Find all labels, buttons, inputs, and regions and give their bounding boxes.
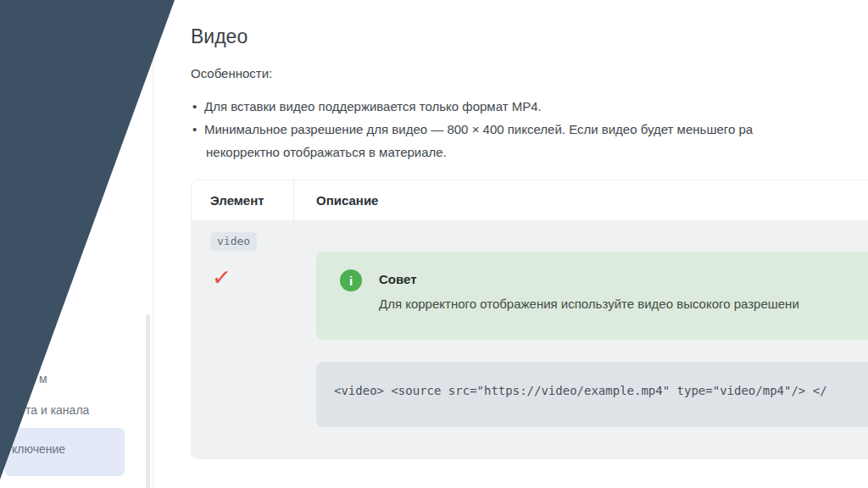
- bullet-text-continuation: некорректно отображаться в материале.: [191, 141, 868, 164]
- bullet-text: Минимальное разрешение для видео — 800 ×…: [204, 118, 753, 141]
- tip-text: Для корректного отображения используйте …: [379, 297, 799, 311]
- main-content: Видео Особенности: • Для вставки видео п…: [154, 0, 868, 488]
- check-icon: ✓: [211, 263, 238, 292]
- element-cell: video ✓: [192, 220, 293, 458]
- video-code-chip: video: [210, 232, 257, 251]
- header-cell-element: Элемент: [192, 193, 293, 208]
- sidebar-item-label: ключение: [5, 442, 65, 456]
- bullet-item: • Минимальное разрешение для видео — 800…: [191, 118, 868, 141]
- bullet-item: • Для вставки видео поддерживается тольк…: [191, 95, 868, 118]
- table-header-row: Элемент Описание: [192, 180, 868, 220]
- sidebar-item[interactable]: м: [39, 372, 47, 385]
- section-subtitle: Особенности:: [191, 66, 272, 80]
- bullet-dot-icon: •: [191, 118, 204, 141]
- table-row: video ✓ i Совет Для корректного отображе…: [192, 220, 868, 458]
- code-text: <video> <source src="https://video/examp…: [334, 384, 868, 397]
- feature-bullet-list: • Для вставки видео поддерживается тольк…: [191, 95, 868, 164]
- page-title: Видео: [191, 25, 248, 48]
- info-icon: i: [340, 269, 362, 291]
- sidebar-scrollbar[interactable]: [146, 314, 150, 488]
- sidebar-item-active[interactable]: ключение: [5, 428, 125, 476]
- tip-callout: i Совет Для корректного отображения испо…: [316, 252, 868, 340]
- tip-title: Совет: [379, 272, 417, 286]
- description-cell: i Совет Для корректного отображения испо…: [293, 220, 868, 458]
- sidebar-item[interactable]: та и канала: [25, 403, 89, 417]
- bullet-text: Для вставки видео поддерживается только …: [204, 95, 542, 118]
- features-table: Элемент Описание video ✓ i Совет Для кор…: [191, 180, 868, 459]
- bullet-dot-icon: •: [191, 95, 204, 118]
- code-block: <video> <source src="https://video/examp…: [316, 362, 868, 427]
- header-cell-description: Описание: [293, 180, 868, 220]
